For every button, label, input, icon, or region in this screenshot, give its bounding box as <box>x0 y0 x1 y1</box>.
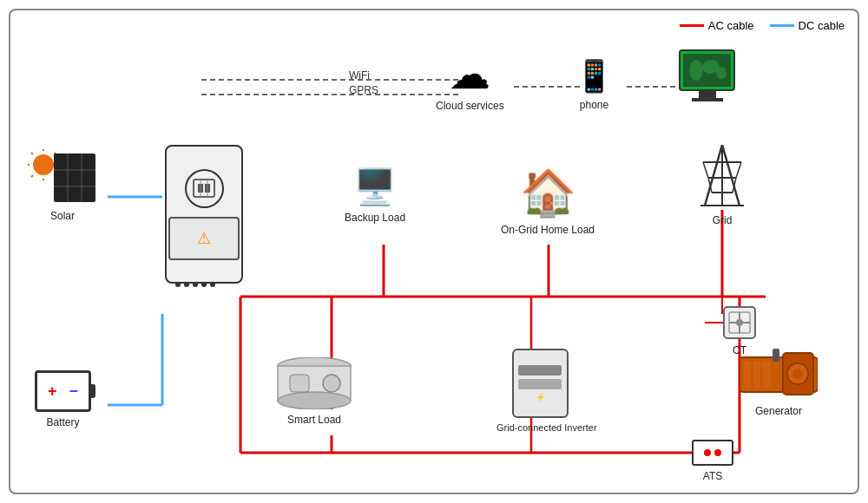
inverter-component: ⚠ <box>165 145 243 284</box>
svg-point-20 <box>33 154 54 175</box>
solar-label: Solar <box>50 210 75 222</box>
battery-label: Battery <box>46 416 79 428</box>
phone-component: 📱 phone <box>575 58 614 111</box>
inverter-icon: ⚠ <box>165 145 243 284</box>
computer-icon: 🖥️ <box>353 167 397 207</box>
svg-point-58 <box>736 319 743 326</box>
grid-component: Grid <box>696 145 748 226</box>
solar-component: Solar <box>28 149 97 222</box>
grid-inverter-component: ⚡ Grid-connected Inverter <box>496 349 583 433</box>
cloud-icon: ☁ <box>449 54 490 95</box>
svg-point-40 <box>689 60 703 81</box>
ats-icon <box>692 440 733 466</box>
svg-point-61 <box>278 392 351 409</box>
svg-rect-67 <box>763 362 770 388</box>
svg-rect-65 <box>744 362 751 388</box>
monitor-icon <box>679 49 735 101</box>
battery-icon: + − <box>35 370 91 412</box>
grid-inverter-icon: ⚡ <box>512 349 569 418</box>
smart-load-component: Smart Load <box>271 357 358 426</box>
svg-point-63 <box>323 375 340 392</box>
grid-inverter-label: Grid-connected Inverter <box>496 422 583 433</box>
grid-label: Grid <box>713 214 733 226</box>
phone-label: phone <box>580 99 608 111</box>
ats-dot1 <box>704 449 711 456</box>
svg-line-25 <box>31 153 33 154</box>
home-load-component: 🏠 On-Grid Home Load <box>501 167 595 236</box>
inverter-bottom: ⚠ <box>168 217 240 260</box>
gprs-label: GPRS <box>349 84 378 96</box>
home-load-label: On-Grid Home Load <box>501 224 595 236</box>
wifi-label: WiFi <box>349 69 370 82</box>
svg-rect-34 <box>194 180 214 197</box>
legend-dc-label: DC cable <box>799 19 845 32</box>
cloud-component: ☁ Cloud services <box>436 54 504 112</box>
monitor-screen <box>679 49 735 91</box>
ats-label: ATS <box>703 470 722 482</box>
generator-icon <box>740 349 818 401</box>
warning-icon: ⚠ <box>197 229 211 248</box>
backup-load-component: 🖥️ Backup Load <box>345 167 405 224</box>
legend: AC cable DC cable <box>680 19 845 32</box>
inverter-circle <box>185 169 224 208</box>
svg-rect-29 <box>54 154 95 202</box>
solar-panel-icon <box>28 149 97 206</box>
ac-line-sample <box>680 24 704 27</box>
svg-rect-66 <box>753 362 760 388</box>
svg-line-50 <box>703 162 708 178</box>
monitor-stand <box>699 91 716 98</box>
ct-icon <box>722 305 757 340</box>
svg-line-51 <box>736 162 741 178</box>
battery-minus: − <box>69 382 78 401</box>
phone-icon: 📱 <box>575 58 614 95</box>
ats-dot2 <box>714 449 721 456</box>
backup-load-label: Backup Load <box>345 212 405 224</box>
svg-line-27 <box>31 175 33 177</box>
grid-tower-icon <box>696 145 748 210</box>
ats-component: ATS <box>692 440 733 482</box>
battery-plus: + <box>48 382 57 401</box>
svg-rect-62 <box>290 375 309 392</box>
dc-line-sample <box>770 24 794 27</box>
legend-ac-label: AC cable <box>708 19 754 32</box>
legend-ac: AC cable <box>680 19 754 32</box>
svg-point-42 <box>716 67 727 79</box>
svg-rect-71 <box>773 349 779 362</box>
legend-dc: DC cable <box>770 19 845 32</box>
generator-component: Generator <box>740 349 818 417</box>
water-heater-icon <box>271 357 358 409</box>
house-icon: 🏠 <box>520 167 576 219</box>
diagram-container: AC cable DC cable <box>9 9 859 494</box>
monitor-component <box>679 49 735 101</box>
generator-label: Generator <box>755 405 802 417</box>
svg-point-70 <box>792 369 803 379</box>
cloud-label: Cloud services <box>436 100 504 112</box>
battery-component: + − Battery <box>35 370 91 428</box>
monitor-base <box>692 98 723 101</box>
smart-load-label: Smart Load <box>287 414 341 426</box>
